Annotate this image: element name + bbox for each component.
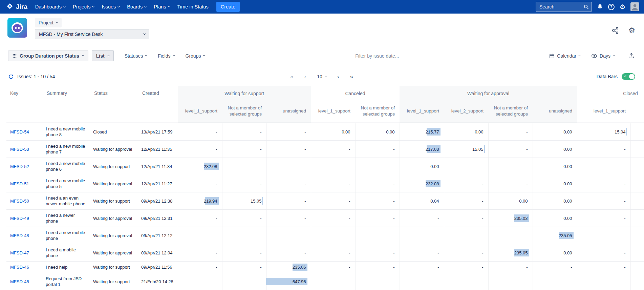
duration-cell: 235.06: [266, 262, 311, 273]
duration-value: -: [482, 164, 483, 169]
group-column-header[interactable]: unassigned: [266, 101, 311, 123]
issue-key-link[interactable]: MFSD-53: [10, 147, 29, 152]
data-bars-toggle[interactable]: ✓: [622, 73, 635, 80]
group-column-header[interactable]: Not a member of selected groups: [630, 101, 644, 123]
issue-row: MFSD-49I need a newer phoneWaiting for a…: [6, 210, 644, 227]
group-column-header[interactable]: Not a member of selected groups: [222, 101, 266, 123]
issue-created: 09/Apr/21 12:38: [138, 192, 178, 210]
issue-key-link[interactable]: MFSD-52: [10, 164, 29, 169]
duration-cell: -: [355, 141, 400, 158]
issue-key-link[interactable]: MFSD-45: [10, 279, 29, 284]
group-column-header[interactable]: level_1_support: [178, 101, 222, 123]
issue-key-link[interactable]: MFSD-46: [10, 265, 29, 270]
issue-date-filter-input[interactable]: [335, 53, 420, 59]
scope-dropdown[interactable]: Project: [35, 18, 62, 27]
group-column-header[interactable]: Not a member of selected groups: [488, 101, 533, 123]
duration-cell: [630, 227, 644, 244]
nav-item-boards[interactable]: Boards: [123, 0, 150, 14]
last-page-button[interactable]: »: [350, 74, 353, 80]
notifications-button[interactable]: [597, 4, 603, 10]
first-page-button[interactable]: «: [290, 74, 293, 80]
issue-status: Waiting for approval: [90, 210, 138, 227]
fields-dropdown[interactable]: Fields: [158, 53, 174, 59]
grid-icon: [13, 54, 17, 58]
status-group-header: Waiting for approval: [400, 86, 577, 101]
nav-item-issues[interactable]: Issues: [98, 0, 123, 14]
report-settings-button[interactable]: ⚙: [628, 27, 635, 34]
previous-page-button[interactable]: ‹: [304, 74, 306, 80]
issue-created: 13/Apr/21 17:59: [138, 123, 178, 141]
duration-value: -: [304, 181, 306, 186]
nav-item-time-in-status[interactable]: Time in Status: [174, 0, 212, 14]
issue-summary: I need a new mobile phone 5: [43, 175, 90, 192]
duration-cell: 0.00: [488, 192, 533, 210]
column-header-created[interactable]: Created: [138, 86, 178, 123]
calendar-icon: [549, 53, 555, 59]
nav-item-projects[interactable]: Projects: [69, 0, 98, 14]
group-column-header[interactable]: level_1_support: [400, 101, 444, 123]
group-column-header[interactable]: level_1_support: [311, 101, 355, 123]
help-button[interactable]: ?: [608, 4, 615, 10]
duration-cell: -: [178, 244, 222, 262]
view-mode-button[interactable]: List: [92, 50, 114, 61]
jira-logo[interactable]: Jira: [5, 3, 31, 11]
duration-value: -: [437, 279, 439, 284]
duration-cell: -: [222, 210, 266, 227]
data-bar: [626, 128, 627, 136]
duration-cell: 217.03: [400, 141, 444, 158]
next-page-button[interactable]: ›: [337, 74, 339, 80]
search-input[interactable]: [539, 4, 584, 10]
groups-dropdown[interactable]: Groups: [186, 53, 205, 59]
group-column-header[interactable]: level_2_support: [444, 101, 488, 123]
user-avatar[interactable]: [630, 2, 639, 11]
nav-item-dashboards[interactable]: Dashboards: [31, 0, 69, 14]
duration-value: -: [393, 250, 394, 255]
create-button[interactable]: Create: [216, 2, 240, 12]
export-button[interactable]: [627, 52, 635, 60]
issue-summary: I need a new mobile phone 8: [43, 123, 90, 141]
chevron-down-icon: [144, 5, 147, 7]
column-header-status[interactable]: Status: [90, 86, 138, 123]
column-header-summary[interactable]: Summary: [43, 86, 90, 123]
refresh-button[interactable]: [8, 74, 14, 80]
refresh-icon: [8, 74, 14, 80]
chevron-down-icon: [117, 5, 120, 7]
group-column-header[interactable]: unassigned: [533, 101, 577, 123]
report-type-button[interactable]: Group Duration per Status: [8, 50, 88, 61]
units-dropdown[interactable]: Days: [591, 53, 615, 59]
nav-item-plans[interactable]: Plans: [150, 0, 173, 14]
share-button[interactable]: [611, 27, 619, 34]
duration-value: -: [349, 250, 350, 255]
issue-key-link[interactable]: MFSD-51: [10, 181, 29, 186]
statuses-dropdown[interactable]: Statuses: [125, 53, 147, 59]
chevron-down-icon: [63, 5, 66, 7]
group-column-header[interactable]: Not a member of selected groups: [355, 101, 400, 123]
export-icon: [628, 53, 635, 59]
duration-cell: [630, 141, 644, 158]
duration-value: -: [482, 250, 483, 255]
page-size-dropdown[interactable]: 10: [317, 74, 326, 79]
duration-table-container: KeySummaryStatusCreatedWaiting for suppo…: [0, 86, 644, 290]
duration-cell: -: [400, 210, 444, 227]
duration-value: -: [437, 265, 439, 270]
calendar-dropdown[interactable]: Calendar: [549, 53, 580, 59]
duration-cell: [630, 158, 644, 175]
global-search[interactable]: [536, 2, 592, 12]
issue-status: Closed: [90, 123, 138, 141]
pagination: « ‹ 10 › »: [290, 74, 353, 80]
duration-cell: [630, 192, 644, 210]
duration-cell: -: [355, 262, 400, 273]
issue-key-link[interactable]: MFSD-50: [10, 199, 29, 204]
duration-cell: -: [400, 227, 444, 244]
column-header-key[interactable]: Key: [6, 86, 43, 123]
issue-key-link[interactable]: MFSD-47: [10, 250, 29, 255]
duration-cell: -: [222, 244, 266, 262]
duration-value: -: [260, 216, 261, 221]
project-select[interactable]: MFSD - My First Service Desk: [35, 29, 149, 39]
settings-button[interactable]: ⚙: [620, 4, 625, 10]
group-column-header[interactable]: level_1_support: [577, 101, 630, 123]
issue-key-link[interactable]: MFSD-49: [10, 216, 29, 221]
duration-cell: -: [400, 273, 444, 290]
issue-key-link[interactable]: MFSD-48: [10, 233, 29, 238]
issue-key-link[interactable]: MFSD-54: [10, 129, 29, 134]
